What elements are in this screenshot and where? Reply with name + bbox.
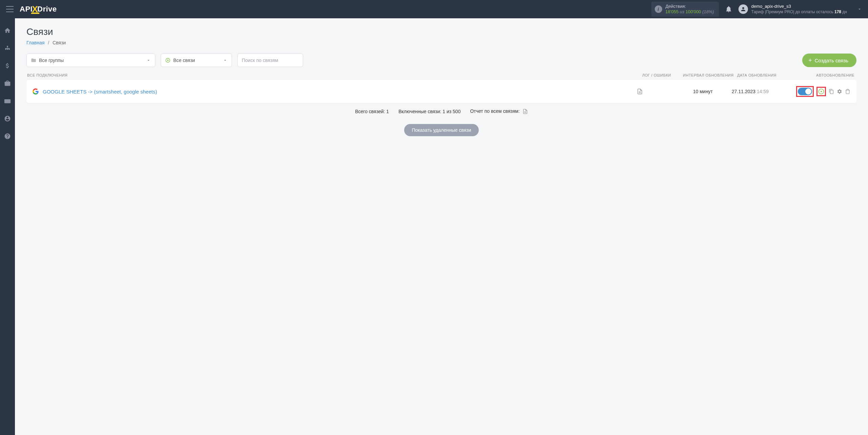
row-log-cell <box>637 88 674 95</box>
summary-report: Отчет по всем связям: <box>470 108 528 115</box>
create-label: Создать связь <box>815 58 848 63</box>
summary-total: Всего связей: 1 <box>355 109 389 114</box>
avatar-icon <box>738 4 748 14</box>
actions-total: 100'000 <box>686 9 701 14</box>
copy-icon[interactable] <box>829 89 834 94</box>
highlight-box <box>816 87 826 96</box>
chevron-down-icon <box>223 58 228 63</box>
plus-icon: + <box>808 57 812 64</box>
user-tariff: Тариф |Премиум PRO| до оплаты осталось 1… <box>751 9 847 15</box>
col-log: ЛОГ / ОШИБКИ <box>642 73 679 77</box>
chevron-down-icon <box>146 58 151 63</box>
highlight-box <box>796 86 814 97</box>
logo-text-drive: Drive <box>37 5 57 14</box>
app-header: API X Drive i Действия: 18'055 из 100'00… <box>0 0 868 18</box>
user-name: demo_apix-drive_s3 <box>751 4 847 9</box>
col-auto: АВТООБНОВЛЕНИЕ <box>791 73 856 77</box>
row-interval-cell: 10 минут <box>674 89 732 94</box>
actions-count: 18'055 <box>666 9 679 14</box>
sidebar-item-help[interactable] <box>0 130 15 142</box>
info-icon: i <box>655 5 662 13</box>
row-date-cell: 27.11.202314:59 <box>732 89 786 94</box>
user-menu[interactable]: demo_apix-drive_s3 Тариф |Премиум PRO| д… <box>738 4 862 15</box>
sidebar-item-billing[interactable] <box>0 60 15 72</box>
breadcrumb-home[interactable]: Главная <box>26 40 44 45</box>
sidebar-item-video[interactable] <box>0 95 15 107</box>
breadcrumb-sep: / <box>48 40 49 45</box>
sidebar-item-connections[interactable] <box>0 42 15 54</box>
sidebar-item-account[interactable] <box>0 112 15 125</box>
gear-icon[interactable] <box>837 89 842 94</box>
actions-usage-text: Действия: 18'055 из 100'000 (18%) <box>666 4 714 14</box>
sidebar <box>0 18 15 435</box>
connections-label: Все связи <box>173 58 195 63</box>
row-time: 14:59 <box>757 89 769 94</box>
table-header: ВСЕ ПОДКЛЮЧЕНИЯ ЛОГ / ОШИБКИ ИНТЕРВАЛ ОБ… <box>26 73 856 80</box>
bell-icon[interactable] <box>725 5 732 13</box>
document-icon[interactable] <box>522 108 528 115</box>
briefcase-icon <box>4 80 11 87</box>
col-name: ВСЕ ПОДКЛЮЧЕНИЯ <box>27 73 642 77</box>
breadcrumb: Главная / Связи <box>26 40 856 45</box>
filters-row: Все группы Все связи + Создать связь <box>26 54 856 67</box>
groups-label: Все группы <box>39 58 64 63</box>
connection-link[interactable]: GOOGLE SHEETS -> (smartsheet, google she… <box>43 89 157 95</box>
user-text: demo_apix-drive_s3 Тариф |Премиум PRO| д… <box>751 4 847 15</box>
row-date: 27.11.2023 <box>732 89 755 94</box>
actions-label: Действия: <box>666 4 714 9</box>
sitemap-icon <box>4 45 11 51</box>
actions-of: из <box>678 9 686 14</box>
actions-pct: (18%) <box>701 9 714 14</box>
youtube-icon <box>4 98 11 104</box>
chevron-down-icon <box>857 7 862 12</box>
connections-select[interactable]: Все связи <box>161 54 232 67</box>
help-icon <box>4 133 11 140</box>
menu-toggle[interactable] <box>6 6 14 12</box>
row-actions <box>786 86 850 97</box>
trash-icon[interactable] <box>845 89 850 94</box>
row-name-cell: GOOGLE SHEETS -> (smartsheet, google she… <box>33 88 637 95</box>
autoupdate-toggle[interactable] <box>798 88 812 95</box>
col-interval: ИНТЕРВАЛ ОБНОВЛЕНИЯ <box>679 73 737 77</box>
google-icon <box>33 88 39 95</box>
main-content: Связи Главная / Связи Все группы Все свя… <box>15 18 868 435</box>
logo-text-api: API <box>20 5 33 14</box>
user-icon <box>4 115 11 122</box>
sidebar-item-work[interactable] <box>0 77 15 89</box>
summary-row: Всего связей: 1 Включенные связи: 1 из 5… <box>26 108 856 115</box>
groups-select[interactable]: Все группы <box>26 54 155 67</box>
play-circle-icon <box>165 58 171 63</box>
table-row: GOOGLE SHEETS -> (smartsheet, google she… <box>26 80 856 103</box>
page-title: Связи <box>26 26 856 37</box>
logo-x-icon: X <box>32 4 38 15</box>
search-input[interactable] <box>237 54 303 67</box>
run-now-button[interactable] <box>818 88 824 95</box>
sidebar-item-home[interactable] <box>0 24 15 37</box>
create-connection-button[interactable]: + Создать связь <box>802 54 856 67</box>
logo[interactable]: API X Drive <box>20 4 57 15</box>
show-deleted-button[interactable]: Показать удаленные связи <box>404 124 478 136</box>
dollar-icon <box>4 62 11 69</box>
document-icon[interactable] <box>637 88 643 95</box>
col-date: ДАТА ОБНОВЛЕНИЯ <box>737 73 791 77</box>
actions-usage-box[interactable]: i Действия: 18'055 из 100'000 (18%) <box>651 2 719 16</box>
folder-icon <box>31 58 36 63</box>
breadcrumb-current: Связи <box>53 40 66 45</box>
home-icon <box>4 27 11 34</box>
summary-enabled: Включенные связи: 1 из 500 <box>398 109 460 114</box>
